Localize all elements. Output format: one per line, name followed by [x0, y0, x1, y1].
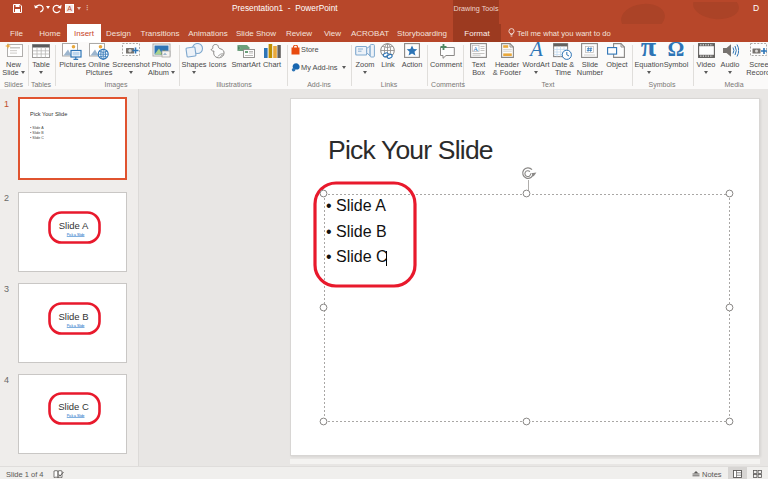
svg-text:A: A: [473, 45, 478, 52]
svg-text:A: A: [67, 5, 72, 12]
